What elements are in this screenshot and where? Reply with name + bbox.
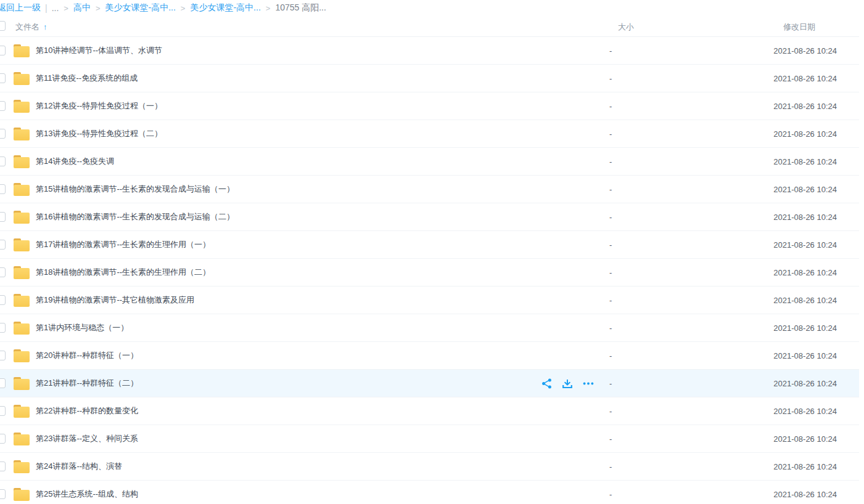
file-name-link[interactable]: 第1讲内环境与稳态（一） <box>36 322 128 333</box>
file-size: - <box>609 434 612 444</box>
breadcrumb-collapsed[interactable]: ... <box>52 3 59 13</box>
table-row[interactable]: 第1讲内环境与稳态（一） - 2021-08-26 10:24 <box>0 314 859 342</box>
file-name-link[interactable]: 第15讲植物的激素调节--生长素的发现合成与运输（一） <box>36 184 234 195</box>
table-row[interactable]: 第13讲免疫--特异性免疫过程（二） - 2021-08-26 10:24 <box>0 120 859 148</box>
file-name-link[interactable]: 第17讲植物的激素调节--生长素的生理作用（一） <box>36 239 210 250</box>
file-date: 2021-08-26 10:24 <box>773 102 837 111</box>
file-name-link[interactable]: 第16讲植物的激素调节--生长素的发现合成与运输（二） <box>36 211 234 222</box>
file-size: - <box>609 296 612 305</box>
table-row[interactable]: 第25讲生态系统--组成、结构 - 2021-08-26 10:24 <box>0 481 859 504</box>
breadcrumb: 返回上一级|...>高中>美少女课堂-高中...>美少女课堂-高中...>107… <box>0 0 862 16</box>
column-header-name[interactable]: 文件名↑ <box>15 22 47 33</box>
file-date: 2021-08-26 10:24 <box>773 74 837 83</box>
table-row[interactable]: 第24讲群落--结构、演替 - 2021-08-26 10:24 <box>0 453 859 481</box>
file-date: 2021-08-26 10:24 <box>773 296 837 305</box>
folder-icon <box>14 377 30 390</box>
column-header-name-label: 文件名 <box>15 22 39 31</box>
file-name-link[interactable]: 第25讲生态系统--组成、结构 <box>36 489 138 500</box>
table-row[interactable]: 第10讲神经调节--体温调节、水调节 - 2021-08-26 10:24 <box>0 37 859 65</box>
table-row[interactable]: 第21讲种群--种群特征（二） <box>0 370 859 397</box>
breadcrumb-separator: > <box>96 4 101 13</box>
breadcrumb-separator: > <box>266 4 271 13</box>
folder-icon <box>14 44 30 57</box>
folder-icon <box>14 183 30 196</box>
folder-icon <box>14 460 30 473</box>
table-row[interactable]: 第20讲种群--种群特征（一） - 2021-08-26 10:24 <box>0 342 859 370</box>
row-checkbox[interactable] <box>0 323 6 333</box>
table-row[interactable]: 第12讲免疫--特异性免疫过程（一） - 2021-08-26 10:24 <box>0 92 859 120</box>
file-size: - <box>609 102 612 111</box>
table-row[interactable]: 第11讲免疫--免疫系统的组成 - 2021-08-26 10:24 <box>0 65 859 92</box>
table-row[interactable]: 第15讲植物的激素调节--生长素的发现合成与运输（一） - 2021-08-26… <box>0 176 859 203</box>
file-name-link[interactable]: 第14讲免疫--免疫失调 <box>36 156 114 167</box>
row-checkbox[interactable] <box>0 240 6 250</box>
file-date: 2021-08-26 10:24 <box>773 379 837 388</box>
file-date: 2021-08-26 10:24 <box>773 240 837 250</box>
share-icon[interactable] <box>540 378 553 390</box>
file-size: - <box>609 46 612 55</box>
row-checkbox[interactable] <box>0 378 6 388</box>
select-all-checkbox[interactable] <box>0 21 6 31</box>
row-checkbox[interactable] <box>0 351 6 360</box>
file-name-link[interactable]: 第21讲种群--种群特征（二） <box>36 378 138 389</box>
breadcrumb-pipe: | <box>45 3 47 13</box>
column-header-size[interactable]: 大小 <box>618 22 634 33</box>
row-checkbox[interactable] <box>0 46 6 55</box>
file-name-link[interactable]: 第19讲植物的激素调节--其它植物激素及应用 <box>36 295 194 306</box>
file-name-link[interactable]: 第11讲免疫--免疫系统的组成 <box>36 73 138 84</box>
file-size: - <box>609 157 612 166</box>
download-icon[interactable] <box>561 378 574 390</box>
file-date: 2021-08-26 10:24 <box>773 129 837 139</box>
breadcrumb-link-1[interactable]: 美少女课堂-高中... <box>105 2 176 12</box>
breadcrumb-back-link[interactable]: 返回上一级 <box>0 2 41 12</box>
row-checkbox[interactable] <box>0 267 6 277</box>
file-date: 2021-08-26 10:24 <box>773 157 837 166</box>
more-actions-icon[interactable] <box>582 378 595 390</box>
file-size: - <box>609 213 612 222</box>
file-name-link[interactable]: 第23讲群落--定义、种间关系 <box>36 433 138 444</box>
column-header-date[interactable]: 修改日期 <box>783 22 815 33</box>
table-row[interactable]: 第14讲免疫--免疫失调 - 2021-08-26 10:24 <box>0 148 859 176</box>
list-header: 文件名↑ 大小 修改日期 <box>0 16 859 37</box>
file-name-link[interactable]: 第22讲种群--种群的数量变化 <box>36 405 138 417</box>
file-size: - <box>609 462 612 471</box>
file-size: - <box>609 129 612 139</box>
file-name-link[interactable]: 第10讲神经调节--体温调节、水调节 <box>36 45 162 56</box>
folder-icon <box>14 266 30 279</box>
breadcrumb-separator: > <box>64 4 68 13</box>
row-checkbox[interactable] <box>0 101 6 111</box>
row-checkbox[interactable] <box>0 184 6 194</box>
file-name-link[interactable]: 第20讲种群--种群特征（一） <box>36 350 138 361</box>
breadcrumb-link-0[interactable]: 高中 <box>73 2 91 12</box>
table-row[interactable]: 第16讲植物的激素调节--生长素的发现合成与运输（二） - 2021-08-26… <box>0 203 859 231</box>
table-row[interactable]: 第17讲植物的激素调节--生长素的生理作用（一） - 2021-08-26 10… <box>0 231 859 259</box>
table-row[interactable]: 第19讲植物的激素调节--其它植物激素及应用 - 2021-08-26 10:2… <box>0 287 859 314</box>
folder-icon <box>14 433 30 445</box>
row-checkbox[interactable] <box>0 73 6 83</box>
row-checkbox[interactable] <box>0 129 6 139</box>
folder-icon <box>14 128 30 140</box>
file-name-link[interactable]: 第13讲免疫--特异性免疫过程（二） <box>36 128 162 139</box>
file-name-link[interactable]: 第18讲植物的激素调节--生长素的生理作用（二） <box>36 267 210 278</box>
row-checkbox[interactable] <box>0 406 6 416</box>
table-row[interactable]: 第23讲群落--定义、种间关系 - 2021-08-26 10:24 <box>0 425 859 453</box>
breadcrumb-separator: > <box>181 4 186 13</box>
file-size: - <box>609 407 612 416</box>
folder-icon <box>14 405 30 418</box>
table-row[interactable]: 第18讲植物的激素调节--生长素的生理作用（二） - 2021-08-26 10… <box>0 259 859 287</box>
table-row[interactable]: 第22讲种群--种群的数量变化 - 2021-08-26 10:24 <box>0 397 859 425</box>
row-actions <box>540 370 595 397</box>
file-name-link[interactable]: 第24讲群落--结构、演替 <box>36 461 122 472</box>
row-checkbox[interactable] <box>0 489 6 499</box>
file-name-link[interactable]: 第12讲免疫--特异性免疫过程（一） <box>36 100 162 112</box>
file-date: 2021-08-26 10:24 <box>773 462 837 471</box>
row-checkbox[interactable] <box>0 295 6 305</box>
row-checkbox[interactable] <box>0 461 6 471</box>
file-size: - <box>609 74 612 83</box>
row-checkbox[interactable] <box>0 156 6 166</box>
row-checkbox[interactable] <box>0 212 6 222</box>
row-checkbox[interactable] <box>0 434 6 444</box>
folder-icon <box>14 322 30 335</box>
sort-ascending-icon[interactable]: ↑ <box>43 22 47 31</box>
breadcrumb-link-2[interactable]: 美少女课堂-高中... <box>190 2 260 12</box>
